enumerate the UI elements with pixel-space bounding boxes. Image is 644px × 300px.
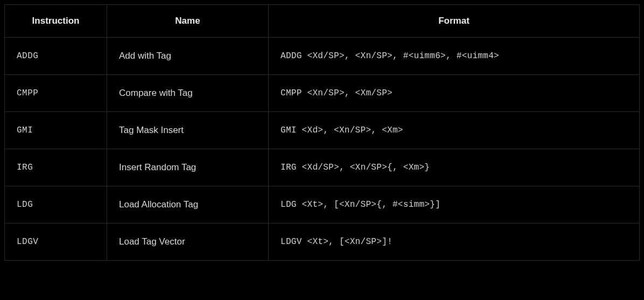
- cell-instruction: CMPP: [5, 75, 107, 112]
- cell-name: Insert Random Tag: [107, 149, 269, 186]
- cell-instruction: ADDG: [5, 38, 107, 75]
- cell-name: Load Tag Vector: [107, 224, 269, 261]
- instruction-table: Instruction Name Format ADDG Add with Ta…: [4, 4, 640, 261]
- instruction-table-container: Instruction Name Format ADDG Add with Ta…: [0, 0, 644, 265]
- cell-instruction: LDGV: [5, 224, 107, 261]
- header-name: Name: [107, 5, 269, 38]
- table-row: CMPP Compare with Tag CMPP <Xn/SP>, <Xm/…: [5, 75, 640, 112]
- table-row: IRG Insert Random Tag IRG <Xd/SP>, <Xn/S…: [5, 149, 640, 186]
- cell-instruction: GMI: [5, 112, 107, 149]
- cell-format: LDG <Xt>, [<Xn/SP>{, #<simm>}]: [269, 186, 640, 224]
- cell-instruction: LDG: [5, 186, 107, 224]
- table-row: LDG Load Allocation Tag LDG <Xt>, [<Xn/S…: [5, 186, 640, 224]
- table-row: ADDG Add with Tag ADDG <Xd/SP>, <Xn/SP>,…: [5, 38, 640, 75]
- header-instruction: Instruction: [5, 5, 107, 38]
- cell-name: Tag Mask Insert: [107, 112, 269, 149]
- cell-format: IRG <Xd/SP>, <Xn/SP>{, <Xm>}: [269, 149, 640, 186]
- table-row: GMI Tag Mask Insert GMI <Xd>, <Xn/SP>, <…: [5, 112, 640, 149]
- header-format: Format: [269, 5, 640, 38]
- cell-format: GMI <Xd>, <Xn/SP>, <Xm>: [269, 112, 640, 149]
- table-row: LDGV Load Tag Vector LDGV <Xt>, [<Xn/SP>…: [5, 224, 640, 261]
- cell-instruction: IRG: [5, 149, 107, 186]
- cell-name: Add with Tag: [107, 38, 269, 75]
- table-body: ADDG Add with Tag ADDG <Xd/SP>, <Xn/SP>,…: [5, 38, 640, 261]
- cell-format: LDGV <Xt>, [<Xn/SP>]!: [269, 224, 640, 261]
- cell-name: Load Allocation Tag: [107, 186, 269, 224]
- cell-name: Compare with Tag: [107, 75, 269, 112]
- cell-format: CMPP <Xn/SP>, <Xm/SP>: [269, 75, 640, 112]
- cell-format: ADDG <Xd/SP>, <Xn/SP>, #<uimm6>, #<uimm4…: [269, 38, 640, 75]
- table-header-row: Instruction Name Format: [5, 5, 640, 38]
